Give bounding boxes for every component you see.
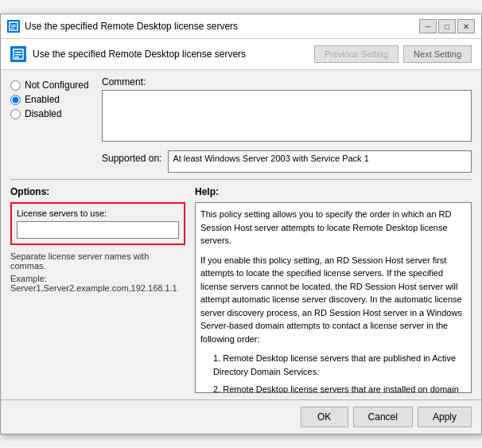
options-header: Options: <box>10 186 185 197</box>
apply-button[interactable]: Apply <box>418 407 472 427</box>
help-para-2: If you enable this policy setting, an RD… <box>200 254 466 346</box>
close-button[interactable]: ✕ <box>457 19 475 33</box>
main-content: Not Configured Enabled Disabled Comment:… <box>1 70 481 399</box>
main-window: Use the specified Remote Desktop license… <box>0 14 482 434</box>
comment-textarea[interactable] <box>102 90 472 142</box>
two-col-layout: Options: License servers to use: Separat… <box>10 186 472 393</box>
help-item-2: 2. Remote Desktop license servers that a… <box>213 383 466 393</box>
window-controls: ─ □ ✕ <box>419 19 475 33</box>
ok-button[interactable]: OK <box>301 407 348 427</box>
options-note: Separate license server names with comma… <box>10 251 185 271</box>
svg-rect-1 <box>11 25 16 25</box>
svg-rect-6 <box>15 54 21 56</box>
not-configured-label: Not Configured <box>25 80 89 91</box>
radio-group: Not Configured Enabled Disabled <box>10 76 102 123</box>
license-servers-label: License servers to use: <box>17 208 179 218</box>
header-label: Use the specified Remote Desktop license… <box>33 49 246 60</box>
options-example: Example: Server1,Server2.example.com,192… <box>10 274 185 293</box>
title-bar: Use the specified Remote Desktop license… <box>1 14 481 39</box>
window-icon <box>7 20 20 33</box>
license-servers-input[interactable] <box>17 221 179 239</box>
help-item-1: 1. Remote Desktop license servers that a… <box>213 352 466 378</box>
comment-label: Comment: <box>102 76 472 88</box>
enabled-radio-item[interactable]: Enabled <box>10 94 102 105</box>
header-buttons: Previous Setting Next Setting <box>314 45 472 63</box>
disabled-radio[interactable] <box>10 109 21 119</box>
window-title: Use the specified Remote Desktop license… <box>25 21 414 32</box>
svg-rect-3 <box>11 28 14 29</box>
next-setting-button[interactable]: Next Setting <box>403 45 472 63</box>
options-box: License servers to use: <box>10 202 185 245</box>
help-box[interactable]: This policy setting allows you to specif… <box>195 202 472 393</box>
divider <box>10 179 472 180</box>
cancel-button[interactable]: Cancel <box>353 407 413 427</box>
enabled-label: Enabled <box>25 94 60 105</box>
header-icon <box>10 46 26 62</box>
supported-row: Supported on: At least Windows Server 20… <box>102 150 472 173</box>
svg-rect-5 <box>15 52 21 53</box>
enabled-radio[interactable] <box>10 95 21 105</box>
not-configured-radio-item[interactable]: Not Configured <box>10 80 102 91</box>
minimize-button[interactable]: ─ <box>419 19 437 33</box>
disabled-radio-item[interactable]: Disabled <box>10 108 102 119</box>
maximize-button[interactable]: □ <box>438 19 456 33</box>
supported-label: Supported on: <box>102 150 161 164</box>
header-row: Use the specified Remote Desktop license… <box>1 39 481 70</box>
svg-rect-7 <box>15 56 19 58</box>
svg-rect-2 <box>11 26 16 27</box>
supported-value: At least Windows Server 2003 with Servic… <box>168 150 472 173</box>
comment-section: Comment: <box>102 76 472 144</box>
help-para-1: This policy setting allows you to specif… <box>200 208 466 247</box>
disabled-label: Disabled <box>25 108 62 119</box>
help-column: Help: This policy setting allows you to … <box>195 186 472 393</box>
prev-setting-button[interactable]: Previous Setting <box>314 45 398 63</box>
not-configured-radio[interactable] <box>10 80 21 91</box>
footer: OK Cancel Apply <box>1 399 481 434</box>
header-label-group: Use the specified Remote Desktop license… <box>10 46 246 62</box>
help-header: Help: <box>195 186 472 197</box>
options-column: Options: License servers to use: Separat… <box>10 186 185 393</box>
